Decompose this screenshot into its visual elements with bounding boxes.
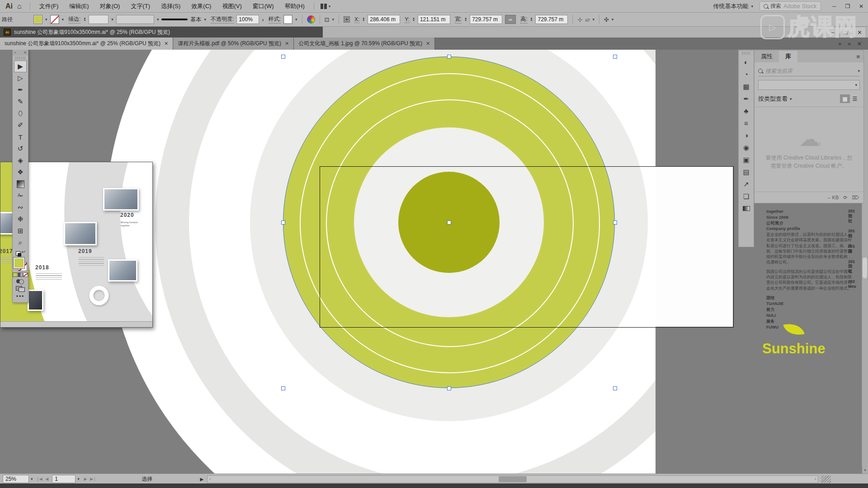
floating-window-scrollbar[interactable] — [0, 321, 152, 327]
opacity-label[interactable]: 不透明度: — [211, 15, 234, 23]
paintbrush-tool-icon[interactable]: ✐ — [14, 119, 27, 131]
graphic-style-swatch[interactable] — [283, 15, 292, 24]
x-stepper[interactable]: ▲▼ — [362, 17, 365, 22]
artboard-tool-icon[interactable]: ⊞ — [14, 225, 27, 237]
scroll-left-arrow[interactable]: ‹ — [209, 477, 211, 481]
export-panel-icon[interactable]: ↗ — [739, 178, 754, 190]
chevron-down-icon[interactable]: ▾ — [790, 97, 792, 101]
width-field[interactable]: 729.757 m — [470, 15, 502, 24]
status-expand-icon[interactable]: ▶ — [200, 477, 203, 482]
width-stepper[interactable]: ▲▼ — [464, 17, 467, 22]
tab-close-icon[interactable]: ✕ — [285, 41, 289, 47]
trash-icon[interactable]: ⌦ — [852, 195, 859, 201]
menu-item[interactable]: 对象(O) — [94, 2, 126, 10]
grid-view-button[interactable]: ▦ — [840, 94, 850, 103]
document-tab[interactable]: 公司文化墙_画板 1.jpg @ 70.59% (RGB/GPU 预览) ✕ — [294, 38, 435, 50]
selection-handle-se[interactable] — [613, 386, 617, 390]
select-similar-icon[interactable]: ⊡ — [325, 16, 330, 23]
gradient-tool-icon[interactable] — [14, 178, 27, 190]
chevron-down-icon[interactable]: ▾ — [45, 17, 47, 22]
stroke-color-dropdown-swatch[interactable] — [50, 15, 59, 24]
shaper-tool-icon[interactable]: ❖ — [14, 166, 27, 178]
selection-handle-ne[interactable] — [613, 55, 617, 59]
stroke-weight-label[interactable]: 描边: — [68, 15, 80, 23]
selection-handle-s[interactable] — [447, 386, 451, 390]
swap-fill-stroke-icon[interactable]: ↩ — [15, 250, 25, 257]
doc-close-button[interactable]: ✕ — [853, 27, 866, 38]
ellipse-tool-icon[interactable]: ⬯ — [14, 108, 27, 119]
tab-close-icon[interactable]: ✕ — [426, 41, 430, 47]
toolbar-grip[interactable] — [15, 56, 25, 60]
cc-sync-icon[interactable]: ⟳ — [843, 195, 847, 201]
artboard-dropdown-icon[interactable]: ▾ — [77, 477, 80, 481]
tab-close-icon[interactable]: ✕ — [164, 41, 168, 47]
direct-selection-tool-icon[interactable]: ▷ — [14, 72, 27, 84]
selection-tool-icon[interactable]: ▶ — [14, 61, 27, 72]
dock-expand-icon[interactable]: » — [839, 41, 842, 47]
app-close-button[interactable]: ✕ — [854, 0, 868, 12]
height-field[interactable]: 729.757 m — [535, 15, 568, 24]
curvature-tool-icon[interactable]: ✎ — [14, 96, 27, 108]
illustrator-logo[interactable]: Ai — [5, 2, 13, 10]
panel-grip[interactable] — [742, 52, 750, 55]
shear-icon[interactable]: ▱ — [585, 16, 590, 23]
document-window-titlebar[interactable]: Ai sunshine 公司形象墙9100x3500mm.ai* @ 25% (… — [0, 27, 868, 38]
home-icon[interactable]: ⌂ — [17, 2, 22, 10]
chevron-down-icon[interactable]: ▾ — [858, 69, 860, 73]
fill-stroke-indicator[interactable] — [14, 258, 27, 271]
vertical-scroll-handle[interactable] — [863, 258, 867, 278]
shape-builder-icon[interactable] — [16, 279, 25, 284]
link-width-height-icon[interactable]: ∞ — [505, 15, 516, 24]
gradient-fan-panel-icon[interactable]: ◔ — [739, 68, 754, 80]
transparency-panel-icon[interactable]: ◑ — [739, 129, 754, 141]
zoom-dropdown-icon[interactable]: ▾ — [31, 477, 33, 481]
isolate-icon[interactable]: ✣ — [604, 16, 609, 23]
color-mode-button[interactable] — [13, 272, 18, 277]
artboards-panel-icon[interactable]: ❏ — [739, 190, 754, 202]
gradient-mode-button[interactable] — [18, 272, 23, 277]
selection-handle-w[interactable] — [281, 221, 285, 225]
zoom-level-field[interactable]: 25% — [3, 475, 29, 483]
chevron-down-icon[interactable]: ▾ — [62, 17, 64, 22]
menu-item[interactable]: 文件(F) — [34, 2, 64, 10]
chevron-right-icon[interactable]: › — [262, 16, 264, 23]
fill-color-swatch[interactable] — [14, 258, 24, 268]
menu-item[interactable]: 窗口(W) — [247, 2, 279, 10]
height-stepper[interactable]: ▲▼ — [530, 17, 533, 22]
document-tab[interactable]: sunshine 公司形象墙9100x3500mm.ai* @ 25% (RGB… — [0, 38, 173, 50]
gradient-panel-icon[interactable] — [739, 202, 754, 215]
stroke-weight-stepper[interactable]: ▲▼ — [83, 17, 86, 22]
y-field[interactable]: 121.151 m — [418, 15, 450, 24]
app-minimize-button[interactable]: ─ — [827, 0, 841, 12]
selection-handle-nw[interactable] — [281, 55, 285, 59]
stock-search-input[interactable]: 搜索 Adobe Stock — [760, 1, 821, 11]
list-view-button[interactable]: ☰ — [850, 94, 860, 103]
first-artboard-icon[interactable]: |◀ ◀ — [38, 477, 50, 481]
horizontal-scrollbar[interactable]: ‹ › — [207, 475, 818, 483]
color-panel-icon[interactable]: ◐ — [739, 56, 754, 68]
menu-item[interactable]: 文字(T) — [125, 2, 156, 10]
style-label[interactable]: 样式: — [269, 15, 281, 23]
zoom-tool-icon[interactable]: ⌕ — [14, 237, 27, 249]
eyedropper-tool-icon[interactable]: ✁ — [14, 190, 27, 202]
doc-restore-button[interactable]: □ — [840, 27, 853, 38]
chevron-down-icon[interactable]: ▾ — [157, 17, 159, 22]
chevron-down-icon[interactable]: ▾ — [592, 17, 594, 22]
library-search-input[interactable]: 搜索当前库 ▾ — [758, 66, 860, 76]
more-tools-button[interactable]: ••• — [13, 293, 28, 300]
selection-handle-n[interactable] — [447, 55, 451, 59]
horizontal-scroll-handle[interactable] — [499, 476, 527, 482]
pen-tool-icon[interactable]: ✒ — [14, 84, 27, 96]
app-restore-button[interactable]: ❐ — [841, 0, 854, 12]
chevron-down-icon[interactable]: ▾ — [111, 17, 113, 22]
recolor-artwork-icon[interactable] — [307, 15, 315, 23]
menu-item[interactable]: 视图(V) — [217, 2, 247, 10]
panel-menu-icon[interactable]: ≡ — [856, 53, 863, 60]
artboard-number-field[interactable]: 1 — [52, 475, 75, 483]
none-mode-button[interactable] — [23, 272, 28, 277]
transform-icon[interactable]: ⊹ — [577, 16, 582, 23]
brush-definition-dropdown[interactable]: 基本 — [190, 16, 201, 23]
dock-close-icon[interactable]: ✕ — [857, 41, 862, 47]
brushes-panel-icon[interactable]: ✒ — [739, 93, 754, 105]
menu-item[interactable]: 编辑(E) — [64, 2, 94, 10]
